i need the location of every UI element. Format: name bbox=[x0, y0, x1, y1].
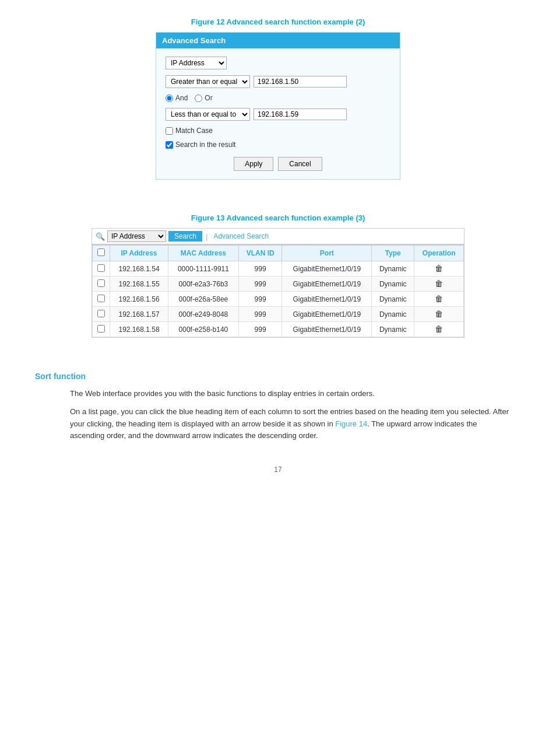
row-type: Dynamic bbox=[372, 307, 414, 322]
col-header-checkbox[interactable] bbox=[93, 246, 110, 261]
col-header-ip[interactable]: IP Address bbox=[110, 246, 168, 261]
delete-icon[interactable] bbox=[435, 309, 443, 319]
condition1-row: Greater than or equal Less than or equal… bbox=[166, 75, 390, 88]
row-op[interactable] bbox=[414, 322, 464, 337]
row-mac: 000f-e258-b140 bbox=[168, 322, 239, 337]
row-vlan: 999 bbox=[238, 276, 282, 292]
sort-para1: The Web interface provides you with the … bbox=[70, 388, 509, 400]
row-type: Dynamic bbox=[372, 261, 414, 276]
row-checkbox-cell bbox=[93, 292, 110, 307]
match-case-label[interactable]: Match Case bbox=[166, 127, 213, 135]
search-in-result-label[interactable]: Search in the result bbox=[166, 141, 235, 149]
divider: | bbox=[206, 232, 207, 241]
data-table-container: IP Address MAC Address VLAN ID Port Type… bbox=[92, 244, 464, 338]
apply-button[interactable]: Apply bbox=[234, 157, 273, 171]
row-port: GigabitEthernet1/0/19 bbox=[282, 307, 372, 322]
dialog-header: Advanced Search bbox=[156, 33, 400, 48]
condition2-value[interactable] bbox=[254, 108, 347, 120]
table-row: 192.168.1.55 000f-e2a3-76b3 999 GigabitE… bbox=[93, 276, 464, 292]
sort-heading: Sort function bbox=[35, 372, 521, 381]
data-table: IP Address MAC Address VLAN ID Port Type… bbox=[92, 245, 464, 337]
col-header-type[interactable]: Type bbox=[372, 246, 414, 261]
row-vlan: 999 bbox=[238, 261, 282, 276]
row-port: GigabitEthernet1/0/19 bbox=[282, 261, 372, 276]
row-ip: 192.168.1.57 bbox=[110, 307, 168, 322]
fig13-wrapper: 🔍 IP Address MAC Address VLAN ID Port Ty… bbox=[92, 228, 464, 355]
row-checkbox-cell bbox=[93, 276, 110, 292]
search-bar: 🔍 IP Address MAC Address VLAN ID Port Ty… bbox=[92, 228, 464, 244]
row-vlan: 999 bbox=[238, 292, 282, 307]
table-row: 192.168.1.56 000f-e26a-58ee 999 GigabitE… bbox=[93, 292, 464, 307]
table-header-row: IP Address MAC Address VLAN ID Port Type… bbox=[93, 246, 464, 261]
row-ip: 192.168.1.54 bbox=[110, 261, 168, 276]
row-op[interactable] bbox=[414, 261, 464, 276]
delete-icon[interactable] bbox=[435, 294, 443, 304]
row-checkbox[interactable] bbox=[97, 325, 105, 332]
row-vlan: 999 bbox=[238, 307, 282, 322]
figure14-link[interactable]: Figure 14 bbox=[335, 419, 367, 428]
row-ip: 192.168.1.56 bbox=[110, 292, 168, 307]
row-mac: 000f-e2a3-76b3 bbox=[168, 276, 239, 292]
search-field-select[interactable]: IP Address MAC Address VLAN ID Port Type bbox=[107, 230, 166, 242]
field-select[interactable]: IP Address MAC Address VLAN ID Port Type bbox=[166, 57, 227, 69]
figure-13-block: Figure 13 Advanced search function examp… bbox=[35, 214, 521, 355]
or-radio[interactable] bbox=[195, 94, 202, 102]
search-icon: 🔍 bbox=[96, 232, 105, 241]
row-type: Dynamic bbox=[372, 322, 414, 337]
match-case-row: Match Case bbox=[166, 127, 390, 135]
cancel-button[interactable]: Cancel bbox=[278, 157, 322, 171]
row-checkbox[interactable] bbox=[97, 295, 105, 302]
col-header-op[interactable]: Operation bbox=[414, 246, 464, 261]
table-row: 192.168.1.58 000f-e258-b140 999 GigabitE… bbox=[93, 322, 464, 337]
delete-icon[interactable] bbox=[435, 264, 443, 274]
row-port: GigabitEthernet1/0/19 bbox=[282, 322, 372, 337]
row-mac: 000f-e249-8048 bbox=[168, 307, 239, 322]
dialog-buttons: Apply Cancel bbox=[166, 157, 390, 171]
row-checkbox-cell bbox=[93, 322, 110, 337]
figure-12-block: Figure 12 Advanced search function examp… bbox=[35, 18, 521, 197]
row-type: Dynamic bbox=[372, 276, 414, 292]
page-number: 17 bbox=[35, 466, 521, 474]
row-checkbox-cell bbox=[93, 307, 110, 322]
condition2-row: Greater than or equal Less than or equal… bbox=[166, 108, 390, 121]
row-ip: 192.168.1.58 bbox=[110, 322, 168, 337]
dialog-body: IP Address MAC Address VLAN ID Port Type… bbox=[156, 48, 400, 179]
row-checkbox[interactable] bbox=[97, 279, 105, 287]
sort-section: Sort function The Web interface provides… bbox=[35, 372, 521, 442]
and-label[interactable]: And bbox=[166, 94, 188, 102]
row-op[interactable] bbox=[414, 307, 464, 322]
condition1-operator[interactable]: Greater than or equal Less than or equal… bbox=[166, 75, 250, 88]
advanced-search-dialog: Advanced Search IP Address MAC Address V… bbox=[156, 32, 400, 180]
table-row: 192.168.1.57 000f-e249-8048 999 GigabitE… bbox=[93, 307, 464, 322]
sort-para2: On a list page, you can click the blue h… bbox=[70, 406, 509, 442]
row-checkbox[interactable] bbox=[97, 310, 105, 317]
row-checkbox-cell bbox=[93, 261, 110, 276]
row-vlan: 999 bbox=[238, 322, 282, 337]
select-all-checkbox[interactable] bbox=[97, 249, 105, 256]
row-checkbox[interactable] bbox=[97, 264, 105, 272]
field-selector-row: IP Address MAC Address VLAN ID Port Type bbox=[166, 57, 390, 69]
condition1-value[interactable] bbox=[254, 76, 347, 88]
logic-row: And Or bbox=[166, 94, 390, 102]
col-header-mac[interactable]: MAC Address bbox=[168, 246, 239, 261]
or-label[interactable]: Or bbox=[195, 94, 212, 102]
row-type: Dynamic bbox=[372, 292, 414, 307]
figure-12-title: Figure 12 Advanced search function examp… bbox=[191, 18, 365, 26]
match-case-checkbox[interactable] bbox=[166, 127, 173, 135]
delete-icon[interactable] bbox=[435, 279, 443, 289]
delete-icon[interactable] bbox=[435, 324, 443, 334]
and-radio[interactable] bbox=[166, 94, 173, 102]
search-button[interactable]: Search bbox=[168, 231, 202, 242]
search-in-result-checkbox[interactable] bbox=[166, 141, 173, 149]
row-op[interactable] bbox=[414, 276, 464, 292]
row-mac: 0000-1111-9911 bbox=[168, 261, 239, 276]
col-header-port[interactable]: Port bbox=[282, 246, 372, 261]
advanced-search-link[interactable]: Advanced Search bbox=[213, 232, 269, 240]
row-ip: 192.168.1.55 bbox=[110, 276, 168, 292]
condition2-operator[interactable]: Greater than or equal Less than or equal… bbox=[166, 108, 250, 121]
row-port: GigabitEthernet1/0/19 bbox=[282, 276, 372, 292]
col-header-vlan[interactable]: VLAN ID bbox=[238, 246, 282, 261]
row-op[interactable] bbox=[414, 292, 464, 307]
figure-13-title: Figure 13 Advanced search function examp… bbox=[191, 214, 365, 222]
table-row: 192.168.1.54 0000-1111-9911 999 GigabitE… bbox=[93, 261, 464, 276]
